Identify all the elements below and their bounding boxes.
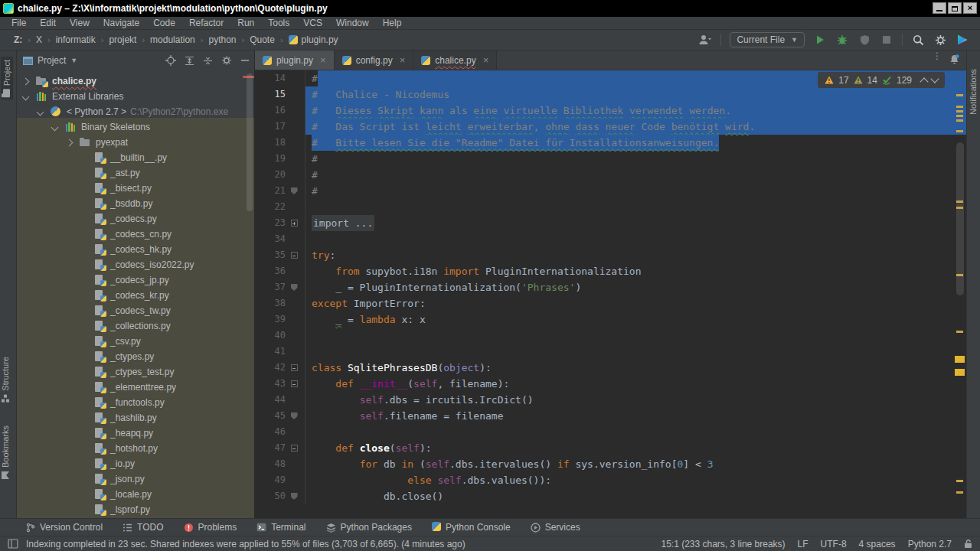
- line-number[interactable]: 20: [255, 167, 286, 183]
- code-line[interactable]: 15# Chalice - Nicodemus: [255, 86, 966, 103]
- code-text[interactable]: # Dieses Skript kann als eine virtuelle …: [305, 103, 966, 119]
- code-text[interactable]: [305, 199, 966, 215]
- code-line[interactable]: 18# Bitte lesen Sie die "Readme" Datei f…: [255, 135, 966, 151]
- tree-row[interactable]: _heapq.py: [17, 425, 254, 441]
- tree-row[interactable]: _lsprof.py: [17, 502, 254, 517]
- line-number[interactable]: 37: [255, 279, 286, 295]
- code-line[interactable]: 16# Dieses Skript kann als eine virtuell…: [255, 103, 966, 119]
- code-line[interactable]: 42class SqlitePhrasesDB(object):: [255, 360, 966, 376]
- editor-tab-plugin.py[interactable]: plugin.py×: [255, 51, 335, 70]
- inspections-widget[interactable]: 17 14 129: [818, 72, 945, 88]
- tree-row[interactable]: _io.py: [17, 456, 254, 471]
- menu-item-navigate[interactable]: Navigate: [96, 18, 146, 28]
- editor-gutter[interactable]: 34: [255, 231, 305, 247]
- tab-options-icon[interactable]: ⋮: [933, 54, 936, 58]
- restore-button[interactable]: [948, 2, 962, 14]
- tool-button-problems[interactable]: Problems: [184, 522, 237, 533]
- warning-stripe-mark-large[interactable]: [955, 356, 965, 363]
- breadcrumb-item[interactable]: X: [36, 34, 42, 45]
- tree-row[interactable]: _elementtree.py: [17, 380, 254, 395]
- indent-widget[interactable]: 4 spaces: [859, 539, 896, 549]
- fold-column[interactable]: [286, 380, 302, 387]
- run-with-coverage-button[interactable]: [858, 33, 871, 47]
- tree-row[interactable]: _codecs_iso2022.py: [17, 257, 254, 272]
- tree-row[interactable]: _bsddb.py: [17, 196, 254, 211]
- tree-row[interactable]: _csv.py: [17, 334, 254, 349]
- menu-item-view[interactable]: View: [63, 18, 96, 28]
- tree-chevron-icon[interactable]: [37, 108, 44, 116]
- editor-gutter[interactable]: 47: [255, 440, 305, 456]
- line-number[interactable]: 23: [255, 215, 286, 231]
- tree-row[interactable]: _codecs.py: [17, 211, 254, 227]
- hide-tool-window-icon[interactable]: [240, 56, 250, 65]
- breadcrumb-item[interactable]: informatik: [56, 34, 96, 45]
- editor-gutter[interactable]: 41: [255, 344, 305, 360]
- line-number[interactable]: 45: [255, 408, 286, 424]
- tool-button-python-packages[interactable]: Python Packages: [326, 522, 412, 533]
- warning-stripe-mark[interactable]: [956, 130, 963, 132]
- title-bar[interactable]: chalice.py – Z:\X\informatik\projekt\mod…: [0, 0, 980, 17]
- caret-position-widget[interactable]: 15:1 (233 chars, 3 line breaks): [661, 539, 785, 549]
- editor-gutter[interactable]: 14: [255, 70, 305, 86]
- code-editor[interactable]: 14#15# Chalice - Nicodemus16# Dieses Skr…: [255, 70, 966, 518]
- tool-window-switcher-icon[interactable]: [8, 539, 18, 549]
- editor-scrollbar[interactable]: [956, 142, 964, 295]
- fold-collapse-icon[interactable]: [291, 252, 298, 259]
- fold-column[interactable]: [286, 445, 302, 452]
- project-tree[interactable]: chalice.pyExternal Libraries< Python 2.7…: [17, 70, 254, 518]
- code-line[interactable]: 46: [255, 424, 966, 440]
- editor-gutter[interactable]: 48: [255, 456, 305, 472]
- warning-stripe-mark[interactable]: [956, 480, 963, 482]
- fold-collapse-icon[interactable]: [291, 445, 298, 452]
- line-number[interactable]: 36: [255, 263, 286, 279]
- fold-column[interactable]: [286, 493, 302, 500]
- code-text[interactable]: _ = PluginInternationalization('Phrases'…: [305, 279, 966, 295]
- code-text[interactable]: #: [305, 183, 966, 199]
- editor-gutter[interactable]: 37: [255, 279, 305, 295]
- tree-row[interactable]: _codecs_cn.py: [17, 227, 254, 242]
- code-line[interactable]: 35try:: [255, 247, 966, 263]
- code-line[interactable]: 37 _ = PluginInternationalization('Phras…: [255, 279, 966, 295]
- line-number[interactable]: 42: [255, 360, 286, 376]
- line-number[interactable]: 34: [255, 231, 286, 247]
- tree-chevron-icon[interactable]: [66, 139, 74, 146]
- code-text[interactable]: db.close(): [305, 488, 966, 504]
- next-problem-icon[interactable]: [930, 74, 939, 83]
- line-number[interactable]: 22: [255, 199, 286, 215]
- menu-item-vcs[interactable]: VCS: [296, 18, 329, 28]
- fold-column[interactable]: [286, 284, 302, 291]
- code-text[interactable]: for db in (self.dbs.itervalues() if sys.…: [305, 456, 966, 472]
- code-line[interactable]: 48 for db in (self.dbs.itervalues() if s…: [255, 456, 966, 472]
- line-number[interactable]: 19: [255, 151, 286, 167]
- editor-gutter[interactable]: 15: [255, 86, 305, 103]
- breadcrumb-item[interactable]: python: [208, 34, 236, 45]
- editor-gutter[interactable]: 23: [255, 215, 305, 231]
- status-message[interactable]: Indexing completed in 23 sec. Shared ind…: [26, 539, 466, 549]
- code-text[interactable]: #: [305, 151, 966, 167]
- code-line[interactable]: 20#: [255, 167, 966, 183]
- editor-gutter[interactable]: 19: [255, 151, 305, 167]
- tree-row[interactable]: _ctypes.py: [17, 349, 254, 364]
- warning-stripe-mark-large[interactable]: [955, 369, 965, 376]
- menu-item-tools[interactable]: Tools: [261, 18, 296, 28]
- editor-gutter[interactable]: 35: [255, 247, 305, 263]
- code-line[interactable]: 23import ...: [255, 215, 966, 231]
- code-text[interactable]: else self.dbs.values()):: [305, 472, 966, 488]
- menu-item-help[interactable]: Help: [376, 18, 409, 28]
- code-line[interactable]: 38except ImportError:: [255, 295, 966, 311]
- warning-stripe-mark[interactable]: [956, 201, 963, 203]
- debug-button[interactable]: [835, 33, 849, 47]
- code-line[interactable]: 47 def close(self):: [255, 440, 966, 456]
- code-text[interactable]: def close(self):: [305, 440, 966, 456]
- menu-item-window[interactable]: Window: [329, 18, 376, 28]
- tree-row[interactable]: _bisect.py: [17, 181, 254, 196]
- tool-button-project[interactable]: Project: [1, 57, 13, 99]
- line-number[interactable]: 40: [255, 328, 286, 344]
- code-line[interactable]: 21#: [255, 183, 966, 199]
- menu-item-code[interactable]: Code: [146, 18, 182, 28]
- tool-button-terminal[interactable]: Terminal: [256, 522, 305, 533]
- code-text[interactable]: self.filename = filename: [305, 408, 966, 424]
- line-number[interactable]: 21: [255, 183, 286, 199]
- warning-stripe-mark[interactable]: [956, 106, 963, 108]
- previous-problem-icon[interactable]: [920, 77, 928, 86]
